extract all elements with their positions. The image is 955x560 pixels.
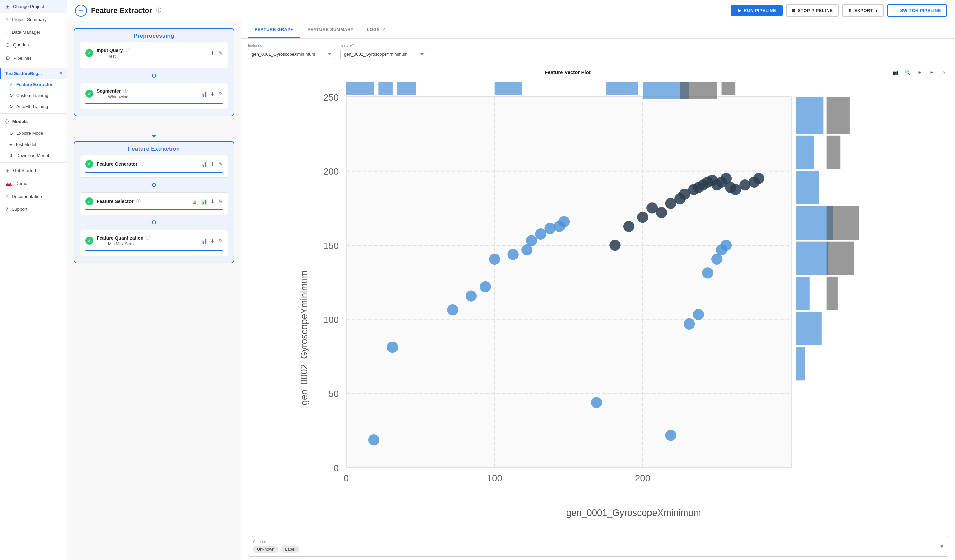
gear-icon: ⚙: [5, 55, 10, 61]
svg-point-56: [591, 397, 602, 408]
svg-rect-84: [722, 82, 736, 95]
feature-selector-actions: 🗑 📊 ⬇ ✎: [192, 199, 222, 205]
sidebar-sub-feature-extractor[interactable]: ✓ Feature Extractor: [0, 79, 67, 90]
arrow-left-icon: ←: [894, 8, 898, 13]
svg-rect-75: [827, 241, 854, 275]
download-action-icon-5[interactable]: ⬇: [210, 238, 215, 244]
feature-selector-info-icon[interactable]: ⓘ: [136, 199, 141, 204]
grid-icon: ⊞: [5, 3, 10, 10]
close-project-btn[interactable]: ×: [59, 70, 63, 76]
feature-selector-step: ✓ Feature Selector ⓘ 🗑 📊 ⬇: [80, 192, 228, 215]
svg-point-49: [507, 249, 519, 260]
chart-action-icon-4[interactable]: 📊: [200, 238, 207, 244]
svg-rect-2: [346, 97, 791, 467]
topbar: ← Feature Extractor ⓘ ▶ RUN PIPELINE STO…: [67, 0, 955, 22]
sidebar-sub-custom-training[interactable]: ↻ Custom Training: [0, 90, 67, 101]
sidebar-item-queries[interactable]: ⊙ Queries: [0, 39, 67, 52]
class-chip-label[interactable]: Label: [281, 546, 299, 553]
sidebar-demo[interactable]: 🚗 Demo: [0, 177, 67, 190]
svg-point-53: [545, 223, 556, 234]
classes-label: Classes: [253, 540, 936, 544]
main-area: ← Feature Extractor ⓘ ▶ RUN PIPELINE STO…: [67, 0, 955, 560]
chart-action-icon-3[interactable]: 📊: [200, 199, 207, 205]
download-action-icon[interactable]: ⬇: [210, 50, 215, 56]
input-query-info-icon[interactable]: ⓘ: [126, 47, 130, 53]
input-query-step: ✓ Input Query ⓘ Test ⬇ ✎: [80, 42, 228, 68]
graph-area: Feature Vector Plot 📷 🔍 ⊞ ⊟ ⌂ gen_0002_G…: [241, 64, 955, 533]
chart-action-icon-2[interactable]: 📊: [200, 161, 207, 167]
sidebar-support[interactable]: ? Support: [0, 203, 67, 216]
svg-point-45: [447, 304, 458, 316]
tab-logs[interactable]: LOGS ✓: [360, 22, 393, 39]
svg-rect-83: [680, 82, 717, 99]
feature-x-select[interactable]: gen_0001_GyroscopeXminimumgen_0002_Gyros…: [248, 49, 335, 59]
refresh-icon-2: ↻: [9, 104, 13, 109]
chart-action-icon[interactable]: 📊: [200, 91, 207, 97]
edit-action-icon-2[interactable]: ✎: [218, 91, 222, 97]
stop-pipeline-button[interactable]: STOP PIPELINE: [786, 4, 839, 17]
edit-action-icon-3[interactable]: ✎: [218, 161, 222, 167]
connector-3: [74, 215, 233, 230]
explore-icon: ⊙: [9, 131, 13, 136]
zoom-toolbar-btn[interactable]: 🔍: [903, 67, 912, 77]
back-button[interactable]: ←: [75, 5, 87, 17]
svg-rect-80: [495, 82, 522, 95]
sidebar-download-model[interactable]: ⬇ Download Model: [0, 150, 67, 161]
svg-rect-79: [397, 82, 416, 95]
test-icon: ≡: [9, 142, 12, 147]
section-connector: [74, 124, 234, 141]
sidebar-item-change-project[interactable]: ⊞ Change Project: [0, 0, 67, 13]
sidebar-sub-automl-training[interactable]: ↻ AutoML Training: [0, 101, 67, 112]
svg-point-42: [753, 173, 764, 184]
content-area: Preprocessing ✓ Input Query ⓘ Test: [67, 22, 955, 560]
svg-point-51: [526, 235, 537, 246]
svg-text:200: 200: [635, 473, 650, 483]
svg-point-43: [368, 434, 379, 445]
info-icon[interactable]: ⓘ: [156, 7, 161, 14]
sidebar-item-project-summary[interactable]: ≡ Project Summary: [0, 13, 67, 26]
download-action-icon-2[interactable]: ⬇: [210, 91, 215, 97]
segmenter-info-icon[interactable]: ⓘ: [124, 88, 128, 94]
chevron-down-icon: ▾: [875, 8, 878, 13]
svg-rect-72: [827, 97, 850, 134]
delete-action-icon[interactable]: 🗑: [192, 199, 197, 204]
switch-pipeline-button[interactable]: ← SWITCH PIPELINE: [888, 4, 947, 17]
feature-quantization-info-icon[interactable]: ⓘ: [146, 235, 150, 241]
classes-expand-icon[interactable]: ▾: [940, 543, 943, 550]
download-action-icon-4[interactable]: ⬇: [210, 199, 215, 205]
sidebar-item-pipelines[interactable]: ⚙ Pipelines: [0, 52, 67, 64]
tab-feature-summary[interactable]: FEATURE SUMMARY: [301, 22, 360, 39]
feature-generator-name: Feature Generator: [97, 161, 137, 167]
feature-quantization-check: ✓: [85, 236, 93, 244]
collapse-toolbar-btn[interactable]: ⊟: [927, 67, 936, 77]
sidebar-explore-model[interactable]: ⊙ Explore Model: [0, 128, 67, 139]
camera-toolbar-btn[interactable]: 📷: [891, 67, 900, 77]
sidebar-item-data-manager[interactable]: ≡ Data Manager: [0, 26, 67, 39]
expand-toolbar-btn[interactable]: ⊞: [915, 67, 924, 77]
sidebar-test-model[interactable]: ≡ Test Model: [0, 139, 67, 150]
feature-selector-check: ✓: [85, 197, 93, 205]
svg-text:200: 200: [323, 166, 339, 177]
download-action-icon-3[interactable]: ⬇: [210, 161, 215, 167]
sidebar-documentation[interactable]: ≡ Documentation: [0, 190, 67, 203]
edit-action-icon-5[interactable]: ✎: [218, 238, 222, 244]
feature-y-select[interactable]: gen_0001_GyroscopeXminimumgen_0002_Gyros…: [340, 49, 427, 59]
svg-point-24: [637, 212, 648, 223]
export-button[interactable]: ⬆ EXPORT ▾: [842, 4, 884, 17]
home-toolbar-btn[interactable]: ⌂: [939, 67, 948, 77]
run-pipeline-button[interactable]: ▶ RUN PIPELINE: [731, 5, 783, 16]
tab-feature-graph[interactable]: FEATURE GRAPH: [248, 22, 301, 39]
feature-generator-info-icon[interactable]: ⓘ: [140, 161, 144, 167]
svg-point-47: [479, 282, 490, 293]
edit-action-icon-4[interactable]: ✎: [218, 199, 222, 205]
edit-action-icon[interactable]: ✎: [218, 50, 222, 56]
class-chip-unknown[interactable]: Unknown: [253, 546, 279, 553]
graph-controls: featureX gen_0001_GyroscopeXminimumgen_0…: [241, 39, 955, 64]
graph-toolbar: 📷 🔍 ⊞ ⊟ ⌂: [891, 67, 948, 77]
segmenter-check: ✓: [85, 90, 93, 98]
svg-text:gen_0001_GyroscopeXminimum: gen_0001_GyroscopeXminimum: [566, 507, 701, 518]
svg-rect-78: [379, 82, 393, 95]
sidebar-get-started[interactable]: ⊞ Get Started: [0, 164, 67, 177]
svg-point-59: [693, 309, 704, 320]
feature-y-group: featureY gen_0001_GyroscopeXminimumgen_0…: [340, 44, 427, 59]
